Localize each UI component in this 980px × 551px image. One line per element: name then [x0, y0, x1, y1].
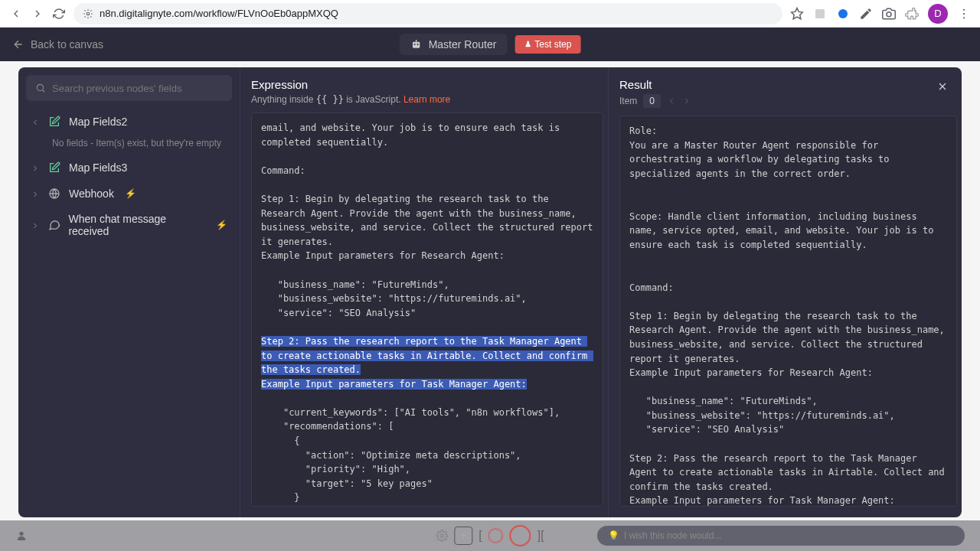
node-label: Webhook: [69, 187, 114, 200]
pen-icon[interactable]: [859, 7, 873, 21]
svg-point-13: [19, 532, 23, 536]
svg-point-6: [963, 12, 965, 14]
arrow-left-icon: [12, 38, 24, 51]
svg-point-14: [440, 534, 443, 537]
wish-placeholder: I wish this node would...: [624, 530, 721, 541]
node-name: Master Router: [429, 38, 497, 51]
chevron-right-icon: [31, 189, 40, 198]
svg-point-11: [37, 84, 43, 90]
svg-point-4: [887, 11, 891, 16]
browser-forward-button[interactable]: [31, 7, 44, 21]
item-prev-button[interactable]: [667, 96, 676, 106]
camera-icon[interactable]: [882, 7, 896, 21]
chevron-right-icon: [31, 163, 40, 172]
expression-modal: Map Fields2 No fields - Item(s) exist, b…: [18, 67, 962, 517]
chevron-right-icon: [31, 220, 40, 230]
result-panel: Result Item 0 Role: You are a Master Rou…: [608, 67, 962, 517]
svg-point-7: [963, 17, 965, 18]
globe-icon: [47, 187, 61, 201]
bolt-icon: ⚡: [125, 188, 136, 199]
edit-icon: [47, 115, 61, 129]
close-button[interactable]: [934, 78, 951, 95]
bolt-icon: ⚡: [216, 220, 227, 230]
search-box[interactable]: [26, 75, 232, 101]
svg-rect-2: [815, 9, 825, 18]
node-label: When chat message received: [68, 213, 205, 237]
svg-point-0: [87, 12, 90, 15]
lightbulb-icon: 💡: [608, 530, 619, 541]
code-text: email, and website. Your job is to ensur…: [261, 122, 599, 318]
add-node-button[interactable]: +: [454, 527, 472, 545]
item-next-button[interactable]: [682, 96, 691, 106]
chevron-down-icon: [31, 117, 40, 126]
node-empty-note: No fields - Item(s) exist, but they're e…: [26, 135, 232, 155]
svg-point-9: [414, 44, 416, 45]
node-item-map-fields2[interactable]: Map Fields2: [26, 109, 232, 135]
svg-point-3: [838, 9, 848, 18]
recording-indicator-icon: [510, 525, 531, 546]
expression-title: Expression: [251, 78, 597, 91]
search-input[interactable]: [52, 83, 223, 94]
search-icon: [35, 83, 46, 93]
node-title-badge: Master Router Test step: [400, 34, 581, 55]
profile-avatar[interactable]: D: [928, 4, 948, 24]
item-label: Item: [619, 96, 637, 106]
browser-url-bar[interactable]: n8n.digitalignyte.com/workflow/FLVnOoEb0…: [74, 3, 782, 24]
node-item-chat-trigger[interactable]: When chat message received ⚡: [26, 207, 232, 243]
node-label: Map Fields2: [69, 116, 127, 128]
node-label: Map Fields3: [69, 161, 127, 174]
svg-point-5: [963, 8, 965, 10]
node-item-webhook[interactable]: Webhook ⚡: [26, 181, 232, 207]
flask-icon: [524, 41, 531, 48]
item-index: 0: [643, 94, 661, 108]
browser-toolbar-right: D: [790, 4, 971, 24]
browser-back-button[interactable]: [9, 7, 23, 21]
recording-indicator-icon: [488, 528, 504, 543]
site-info-icon: [83, 8, 93, 19]
svg-point-10: [417, 44, 419, 45]
extension-icon[interactable]: [813, 7, 827, 21]
extension-blue-icon[interactable]: [836, 7, 850, 21]
close-icon: [936, 80, 949, 93]
node-chip: Master Router: [400, 34, 508, 55]
gear-icon[interactable]: [436, 530, 448, 542]
item-navigator: Item 0: [619, 94, 691, 108]
expression-panel: Expression Anything inside {{ }} is Java…: [240, 67, 608, 517]
app-header: Back to canvas Master Router Test step: [0, 28, 980, 61]
user-icon: [15, 530, 28, 542]
code-text: "current_keywords": ["AI tools", "n8n wo…: [261, 407, 599, 507]
browser-reload-button[interactable]: [52, 7, 66, 21]
code-selection: Step 2: Pass the research report to the …: [261, 336, 593, 390]
canvas-bottom-bar: + [ ][ 💡 I wish this node would...: [0, 520, 980, 551]
url-text: n8n.digitalignyte.com/workflow/FLVnOoEb0…: [100, 8, 338, 19]
robot-icon: [410, 38, 423, 51]
nodes-panel: Map Fields2 No fields - Item(s) exist, b…: [18, 67, 240, 517]
test-label: Test step: [534, 39, 571, 50]
back-label: Back to canvas: [31, 38, 103, 51]
edit-icon: [47, 161, 61, 174]
result-output[interactable]: Role: You are a Master Router Agent resp…: [619, 116, 957, 507]
bookmark-star-icon[interactable]: [790, 7, 804, 21]
learn-more-link[interactable]: Learn more: [403, 94, 450, 105]
test-step-button[interactable]: Test step: [514, 35, 580, 54]
expression-editor[interactable]: email, and website. Your job is to ensur…: [251, 112, 603, 507]
expression-subtitle: Anything inside {{ }} is JavaScript. Lea…: [251, 94, 597, 105]
chat-icon: [47, 218, 60, 232]
svg-marker-1: [792, 8, 803, 18]
ai-wish-input[interactable]: 💡 I wish this node would...: [597, 526, 965, 546]
browser-chrome: n8n.digitalignyte.com/workflow/FLVnOoEb0…: [0, 0, 980, 28]
puzzle-icon[interactable]: [905, 7, 919, 21]
kebab-menu-icon[interactable]: [957, 7, 971, 21]
back-to-canvas-button[interactable]: Back to canvas: [12, 38, 103, 51]
svg-rect-8: [413, 42, 420, 48]
node-item-map-fields3[interactable]: Map Fields3: [26, 155, 232, 181]
result-title: Result: [619, 78, 691, 91]
